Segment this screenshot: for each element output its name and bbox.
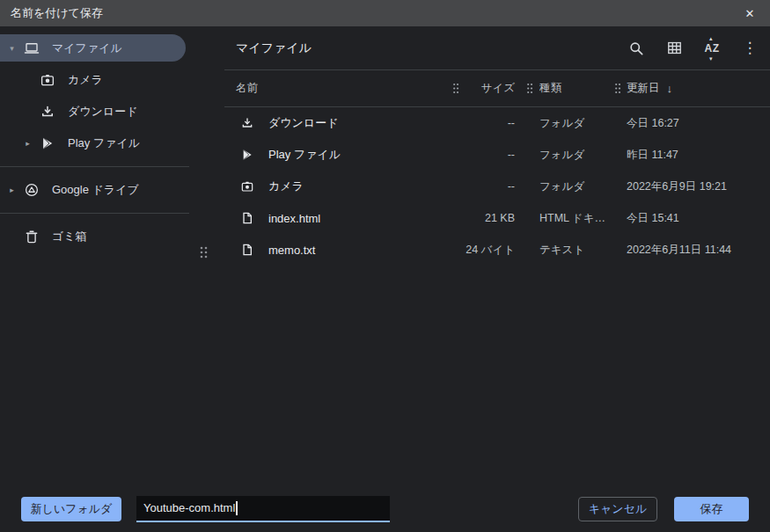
sidebar-item-downloads[interactable]: ダウンロード	[0, 96, 224, 128]
table-row[interactable]: Play ファイル -- フォルダ 昨日 11:47	[224, 139, 770, 171]
file-size: --	[460, 117, 515, 129]
sidebar-item-play-files[interactable]: ▸ Play ファイル	[0, 128, 224, 159]
file-size: 24 バイト	[460, 243, 515, 258]
camera-icon	[40, 72, 55, 88]
drive-icon	[24, 182, 40, 198]
file-icon	[240, 243, 254, 257]
table-row[interactable]: カメラ -- フォルダ 2022年6月9日 19:21	[224, 171, 770, 202]
file-name: memo.txt	[268, 244, 315, 257]
chevron-right-icon[interactable]: ▸	[16, 139, 40, 148]
search-icon[interactable]	[627, 39, 646, 58]
file-modified: 2022年6月11日 11:44	[627, 243, 759, 258]
close-icon[interactable]: ✕	[738, 2, 761, 25]
sidebar-item-label: Play ファイル	[68, 135, 140, 151]
file-size: 21 KB	[460, 212, 515, 224]
filename-input[interactable]: Youtube-com.html	[136, 496, 390, 522]
file-modified: 今日 15:41	[627, 211, 759, 226]
laptop-icon	[24, 40, 40, 56]
dialog-titlebar: 名前を付けて保存 ✕	[0, 0, 770, 26]
file-modified: 昨日 11:47	[627, 148, 759, 163]
dialog-body: ▾ マイファイル カメラ	[0, 26, 770, 485]
breadcrumb: マイファイル	[236, 40, 608, 56]
file-type: フォルダ	[539, 148, 613, 163]
sidebar-item-label: ゴミ箱	[52, 229, 87, 244]
column-drag-handle-icon[interactable]	[613, 83, 622, 94]
download-icon	[240, 116, 254, 130]
play-icon	[40, 135, 55, 151]
table-header: 名前 サイズ 種類	[224, 70, 770, 107]
cancel-button[interactable]: キャンセル	[578, 497, 657, 521]
sidebar-item-google-drive[interactable]: ▸ Google ドライブ	[0, 174, 224, 206]
file-name: Play ファイル	[268, 147, 341, 163]
text-cursor	[236, 501, 238, 515]
column-header-name[interactable]: 名前	[236, 81, 451, 96]
sort-by-name-icon[interactable]: AZ ▴ ▾	[702, 39, 722, 58]
chevron-down-icon[interactable]: ▾	[0, 44, 24, 53]
sidebar-item-label: ダウンロード	[68, 104, 138, 120]
file-type: テキスト	[539, 243, 613, 258]
file-icon	[240, 211, 254, 225]
dialog-footer: 新しいフォルダ Youtube-com.html キャンセル 保存	[0, 485, 770, 532]
table-row[interactable]: index.html 21 KB HTML ドキ… 今日 15:41	[224, 202, 770, 234]
sidebar-item-my-files[interactable]: ▾ マイファイル	[0, 34, 186, 62]
column-header-modified-label: 更新日	[627, 81, 660, 96]
main-panel: マイファイル AZ ▴ ▾ ⋮ 名前	[224, 26, 770, 485]
chevron-right-icon[interactable]: ▸	[0, 186, 24, 194]
file-type: フォルダ	[539, 179, 613, 194]
filename-value: Youtube-com.html	[143, 501, 235, 514]
file-modified: 2022年6月9日 19:21	[627, 179, 759, 194]
sidebar-item-camera[interactable]: カメラ	[0, 64, 224, 96]
column-header-size[interactable]: サイズ	[460, 81, 515, 96]
dialog-title: 名前を付けて保存	[11, 5, 738, 21]
file-name: ダウンロード	[268, 115, 339, 131]
file-type: フォルダ	[539, 116, 613, 131]
trash-icon	[24, 229, 40, 244]
save-button[interactable]: 保存	[674, 497, 749, 521]
file-name: index.html	[268, 212, 320, 225]
file-modified: 今日 16:27	[627, 116, 759, 131]
file-list: ダウンロード -- フォルダ 今日 16:27 Play	[224, 107, 770, 266]
file-name: カメラ	[268, 179, 304, 194]
sidebar-item-label: Google ドライブ	[52, 182, 139, 198]
splitter-drag-handle-icon[interactable]	[199, 245, 209, 259]
sidebar-item-label: マイファイル	[52, 40, 122, 56]
play-icon	[240, 148, 254, 162]
sort-desc-icon[interactable]: ↓	[667, 82, 673, 95]
sidebar-divider	[0, 213, 189, 214]
download-icon	[40, 104, 55, 120]
sidebar: ▾ マイファイル カメラ	[0, 26, 224, 485]
main-toolbar: マイファイル AZ ▴ ▾ ⋮	[224, 26, 770, 70]
new-folder-button[interactable]: 新しいフォルダ	[21, 497, 121, 521]
grid-view-icon[interactable]	[664, 39, 684, 58]
sidebar-item-trash[interactable]: ゴミ箱	[0, 221, 224, 252]
table-row[interactable]: memo.txt 24 バイト テキスト 2022年6月11日 11:44	[224, 234, 770, 266]
sidebar-divider	[0, 166, 189, 167]
camera-icon	[240, 179, 254, 193]
column-header-type[interactable]: 種類	[539, 81, 613, 96]
column-drag-handle-icon[interactable]	[451, 83, 460, 94]
sidebar-item-label: カメラ	[68, 72, 103, 88]
file-size: --	[460, 180, 515, 193]
table-row[interactable]: ダウンロード -- フォルダ 今日 16:27	[224, 107, 770, 139]
more-options-icon[interactable]: ⋮	[740, 39, 759, 58]
file-size: --	[460, 149, 515, 161]
column-drag-handle-icon[interactable]	[525, 83, 534, 94]
column-header-modified[interactable]: 更新日 ↓	[627, 81, 759, 96]
file-type: HTML ドキ…	[539, 211, 613, 226]
